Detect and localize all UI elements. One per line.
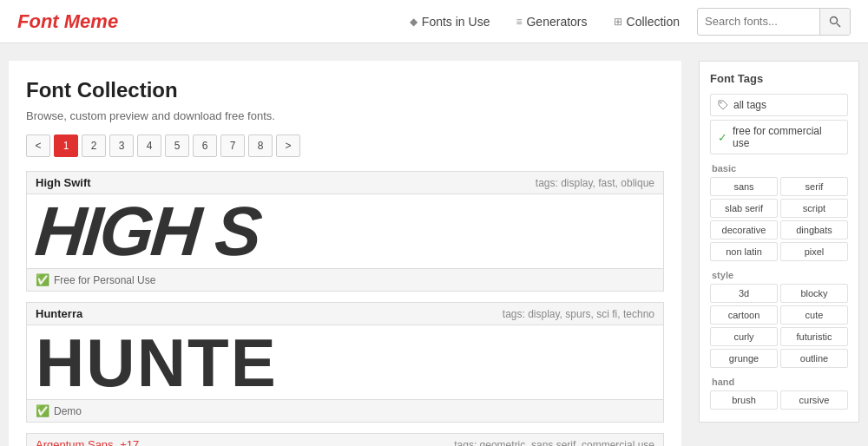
font-preview[interactable]: HIGH S bbox=[27, 194, 663, 268]
font-name[interactable]: Hunterra bbox=[36, 307, 82, 320]
content-area: Font Collection Browse, custom preview a… bbox=[9, 61, 681, 446]
nav-generators-label: Generators bbox=[526, 15, 587, 29]
font-name-extra: +17 bbox=[120, 438, 139, 446]
page-8[interactable]: 8 bbox=[248, 134, 273, 157]
check-circle-icon: ✅ bbox=[36, 404, 49, 417]
page-4[interactable]: 4 bbox=[137, 134, 161, 157]
search-input[interactable] bbox=[698, 15, 819, 28]
tag-blocky[interactable]: blocky bbox=[780, 284, 848, 303]
all-tags-label: all tags bbox=[733, 99, 766, 111]
search-button[interactable] bbox=[819, 9, 850, 35]
tag-sans[interactable]: sans bbox=[710, 177, 778, 196]
font-license: Free for Personal Use bbox=[54, 274, 155, 286]
page-next[interactable]: > bbox=[276, 134, 300, 157]
page-7[interactable]: 7 bbox=[220, 134, 245, 157]
nav-fonts-in-use-label: Fonts in Use bbox=[422, 15, 490, 29]
green-check-icon: ✓ bbox=[718, 131, 727, 144]
section-basic-label: basic bbox=[710, 163, 848, 174]
tag-curly[interactable]: curly bbox=[710, 327, 778, 346]
font-item-header: Hunterra tags: display, spurs, sci fi, t… bbox=[27, 303, 663, 325]
sidebar: Font Tags all tags ✓ free for commercial… bbox=[699, 61, 859, 446]
tag-pixel[interactable]: pixel bbox=[780, 242, 848, 261]
section-style-label: style bbox=[710, 270, 848, 280]
font-item: Hunterra tags: display, spurs, sci fi, t… bbox=[26, 302, 664, 423]
tag-serif[interactable]: serif bbox=[780, 177, 848, 196]
tag-cartoon[interactable]: cartoon bbox=[710, 305, 778, 325]
font-tags: tags: geometric, sans serif, commercial … bbox=[454, 439, 654, 447]
font-tags: tags: display, fast, oblique bbox=[536, 177, 654, 189]
list-icon: ≡ bbox=[516, 16, 522, 28]
tag-3d[interactable]: 3d bbox=[710, 284, 778, 303]
svg-line-1 bbox=[837, 23, 840, 27]
page-2[interactable]: 2 bbox=[82, 134, 106, 157]
tag-brush[interactable]: brush bbox=[710, 390, 778, 410]
check-circle-icon: ✅ bbox=[36, 273, 49, 286]
tag-script[interactable]: script bbox=[780, 199, 848, 218]
font-item-header: Argentum Sans +17 tags: geometric, sans … bbox=[27, 434, 663, 446]
font-preview-image: HUNTE bbox=[27, 325, 663, 399]
tag-free-commercial[interactable]: ✓ free for commercial use bbox=[710, 120, 848, 154]
tag-cute[interactable]: cute bbox=[780, 305, 848, 325]
font-license: Demo bbox=[54, 405, 82, 417]
tag-all-tags[interactable]: all tags bbox=[710, 94, 848, 116]
nav-fonts-in-use[interactable]: ◆ Fonts in Use bbox=[410, 15, 490, 29]
main-layout: Font Collection Browse, custom preview a… bbox=[0, 43, 868, 446]
page-1[interactable]: 1 bbox=[54, 134, 78, 157]
tag-decorative[interactable]: decorative bbox=[710, 220, 778, 239]
search-box bbox=[697, 8, 851, 36]
header: Font Meme ◆ Fonts in Use ≡ Generators ⊞ … bbox=[0, 0, 868, 43]
font-item-footer: ✅ Demo bbox=[27, 399, 663, 422]
tag-non-latin[interactable]: non latin bbox=[710, 242, 778, 261]
style-tags-grid: 3d blocky cartoon cute curly futuristic … bbox=[710, 284, 848, 368]
logo[interactable]: Font Meme bbox=[17, 10, 118, 33]
font-preview-text: HIGH S bbox=[33, 197, 263, 266]
font-tags-panel: Font Tags all tags ✓ free for commercial… bbox=[699, 61, 859, 423]
svg-point-0 bbox=[831, 16, 838, 23]
page-3[interactable]: 3 bbox=[109, 134, 134, 157]
tag-outline[interactable]: outline bbox=[780, 349, 848, 368]
font-item-footer: ✅ Free for Personal Use bbox=[27, 268, 663, 291]
basic-tags-grid: sans serif slab serif script decorative … bbox=[710, 177, 848, 261]
tag-slab-serif[interactable]: slab serif bbox=[710, 199, 778, 218]
font-tags-title: Font Tags bbox=[710, 72, 848, 85]
font-item-header: High Swift tags: display, fast, oblique bbox=[27, 172, 663, 194]
section-hand-label: hand bbox=[710, 377, 848, 387]
main-nav: ◆ Fonts in Use ≡ Generators ⊞ Collection bbox=[410, 15, 680, 29]
font-item: High Swift tags: display, fast, oblique … bbox=[26, 171, 664, 292]
tag-futuristic[interactable]: futuristic bbox=[780, 327, 848, 346]
font-preview[interactable]: HUNTE bbox=[27, 325, 663, 399]
page-5[interactable]: 5 bbox=[165, 134, 189, 157]
tag-icon bbox=[718, 100, 728, 110]
font-item: Argentum Sans +17 tags: geometric, sans … bbox=[26, 433, 664, 446]
nav-collection-label: Collection bbox=[627, 15, 680, 29]
page-6[interactable]: 6 bbox=[193, 134, 217, 157]
nav-collection[interactable]: ⊞ Collection bbox=[614, 15, 680, 29]
page-prev[interactable]: < bbox=[26, 134, 50, 157]
tag-cursive[interactable]: cursive bbox=[780, 390, 848, 410]
diamond-icon: ◆ bbox=[410, 16, 418, 28]
font-preview-image: HIGH S bbox=[27, 194, 663, 268]
hand-tags-grid: brush cursive bbox=[710, 390, 848, 410]
font-preview-text: HUNTE bbox=[36, 329, 278, 397]
font-name[interactable]: Argentum Sans +17 bbox=[36, 438, 139, 446]
pagination: < 1 2 3 4 5 6 7 8 > bbox=[26, 134, 664, 157]
tag-grunge[interactable]: grunge bbox=[710, 349, 778, 368]
nav-generators[interactable]: ≡ Generators bbox=[516, 15, 587, 29]
page-subtitle: Browse, custom preview and download free… bbox=[26, 109, 664, 122]
font-name[interactable]: High Swift bbox=[36, 176, 91, 189]
svg-point-2 bbox=[720, 102, 722, 104]
free-commercial-label: free for commercial use bbox=[733, 125, 840, 149]
page-title: Font Collection bbox=[26, 78, 664, 102]
grid-icon: ⊞ bbox=[614, 16, 622, 28]
tag-dingbats[interactable]: dingbats bbox=[780, 220, 848, 239]
font-tags: tags: display, spurs, sci fi, techno bbox=[503, 308, 654, 320]
search-icon bbox=[829, 16, 841, 28]
